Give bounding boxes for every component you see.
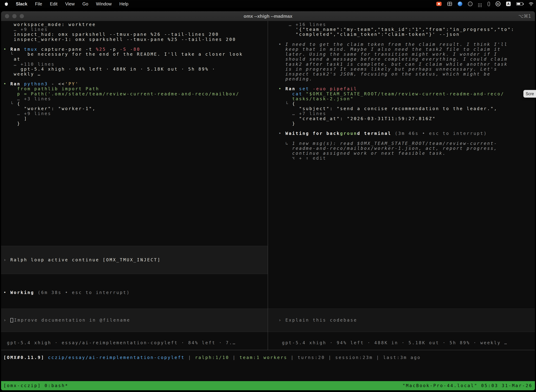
text-segment: Ran — [10, 47, 21, 52]
terminal-line: '{"team_name":"my-team","task_id":"1","f… — [278, 27, 515, 32]
terminal-line: cat "$OMX_TEAM_STATE_ROOT/team/review-cu… — [278, 92, 515, 96]
menu-go[interactable]: Go — [82, 1, 88, 6]
terminal-line: inspect_worker-1: omx sparkshell --tmux-… — [4, 37, 243, 42]
terminal-line: inspect task2's JSON, focusing on the st… — [278, 72, 515, 77]
text-segment: › — [4, 318, 10, 323]
app-menu-slack[interactable]: Slack — [16, 1, 27, 6]
terminal-line: • Ran set -euo pipefail — [278, 86, 515, 91]
text-segment: workspace_mode: worktree — [4, 22, 96, 27]
text-segment: … +3 lines — [4, 96, 51, 101]
right-prompt-input[interactable]: › Explain this codebase — [268, 308, 535, 332]
text-segment: -euo pipefail — [313, 86, 357, 91]
text-segment: cat — [292, 92, 302, 96]
text-segment: gpt-5.4 xhigh · 94% left · 488K in · 5.1… — [4, 67, 215, 72]
text-segment: readme-and-reco/mailbox/worker-1.json, a… — [278, 146, 498, 151]
text-segment: Ran — [285, 86, 296, 91]
battery-icon[interactable] — [516, 2, 523, 5]
slim-app-status-icon[interactable] — [488, 2, 490, 6]
dots-grid-icon[interactable] — [478, 4, 479, 4]
text-segment: should send a message before completing … — [278, 57, 508, 62]
terminal-line — [4, 42, 243, 47]
text-segment: inspect_worker-1: omx sparkshell --tmux-… — [4, 37, 236, 42]
terminal-line: should send a message before completing … — [278, 57, 515, 62]
menu-help[interactable]: Help — [120, 1, 128, 6]
blue-app-status-icon[interactable] — [458, 2, 462, 6]
battery-fill — [517, 3, 520, 5]
terminal-line: tasks/task-2.json" — [278, 96, 515, 101]
apple-menu-icon[interactable] — [5, 2, 8, 6]
text-segment: … +9 lines — [4, 111, 51, 116]
wifi-icon[interactable] — [529, 2, 534, 6]
terminal-line: inspect_hud: omx sparkshell --tmux-pane … — [4, 32, 243, 37]
text-segment: '{"team_name":"my-team","task_id":"1","f… — [278, 27, 515, 32]
text-segment — [309, 86, 313, 91]
terminal-line: p = Path('.omx/state/team/review-current… — [4, 92, 243, 96]
screen-share-popup[interactable]: Scre — [523, 90, 536, 98]
text-segment: team:1 workers — [239, 355, 287, 360]
input-source-icon[interactable]: A — [506, 2, 511, 6]
left-prompt-input[interactable]: › Improve documentation in @filename — [1, 308, 268, 332]
text-segment: ralph:1/10 — [195, 355, 229, 360]
terminal-line: pending. — [278, 77, 515, 81]
text-segment: I need to get the claim token from the c… — [285, 42, 508, 47]
text-segment: • — [278, 42, 285, 47]
text-segment: capture-pane -t — [38, 47, 96, 52]
battery-percentage-gauge-icon[interactable]: 61 — [496, 1, 500, 6]
text-segment — [296, 86, 299, 91]
terminal-line: "completed","claim_token":"claim-token"}… — [278, 32, 515, 37]
terminal-line: weekly … — [4, 72, 243, 77]
terminal-line: "created_at": "2026-03-31T11:59:27.816Z" — [278, 116, 515, 121]
text-segment: "worker": "worker-1", — [4, 106, 96, 111]
left-prompt-text: › Improve documentation in @filename — [1, 318, 268, 323]
menu-file[interactable]: File — [35, 1, 42, 6]
terminal-line — [278, 126, 515, 131]
omx-hud-status-line: [OMX#0.11.9] cczip/essay/ai-reimplementa… — [4, 355, 421, 360]
text-segment: "$OMX_TEAM_STATE_ROOT/team/review-curren… — [302, 92, 504, 96]
text-segment: Waiting for back — [285, 131, 340, 136]
terminal-line: workspace_mode: worktree — [4, 22, 243, 27]
terminal-line: continue assigned work or next feasible … — [278, 151, 515, 156]
terminal-line: "subject": "send a concise recommendatio… — [278, 106, 515, 111]
text-segment: weekly … — [4, 72, 41, 77]
text-segment: task2 after task1 is complete, but can I… — [278, 62, 508, 67]
menu-edit[interactable]: Edit — [50, 1, 57, 6]
screen-share-popup-text: Scre — [526, 92, 534, 96]
ralph-loop-text: › Ralph loop active continue [OMX_TMUX_I… — [1, 257, 268, 262]
right-scrollback: … +16 lines '{"team_name":"my-team","tas… — [278, 22, 515, 161]
terminal-line: └ { — [278, 101, 515, 106]
text-segment: } — [278, 121, 296, 126]
terminal-line: from pathlib import Path — [4, 86, 243, 91]
terminal-line: • I need to get the claim token from the… — [278, 42, 515, 47]
tmux-pane-right[interactable]: … +16 lines '{"team_name":"my-team","tas… — [268, 21, 535, 390]
battery-percent-value: 61 — [497, 3, 499, 5]
terminal-line: • Waiting for background terminal (3m 46… — [278, 131, 515, 136]
text-segment: • — [4, 81, 10, 86]
text-segment: | — [229, 355, 239, 360]
text-segment: … +7 lines — [278, 111, 326, 116]
terminal-line: later. Using the same for transition mig… — [278, 52, 515, 57]
terminal-line: • Ran python3 - <<'PY' — [4, 81, 243, 86]
dark-app-status-icon[interactable] — [468, 2, 473, 6]
menu-window[interactable]: Window — [96, 1, 112, 6]
text-segment: keep that in mind. Maybe I also need the… — [278, 47, 501, 52]
terminal-line: › Improve documentation in @filename — [4, 318, 268, 323]
text-segment: Ran — [10, 81, 21, 86]
text-segment: 'PY' — [65, 81, 79, 86]
text-segment: Ralph loop active continue [OMX_TMUX_INJ… — [10, 257, 161, 262]
terminal-content: workspace_mode: worktree … +9 lines insp… — [1, 21, 535, 390]
window-manager-icon[interactable] — [447, 2, 452, 6]
text-segment: continue assigned work or next feasible … — [278, 151, 446, 156]
left-session-footer: gpt-5.4 xhigh · essay/ai-reimplementatio… — [4, 340, 236, 345]
tmux-session-window-label: [omx-cczip] 0:bash* — [4, 383, 69, 388]
menu-view[interactable]: View — [65, 1, 75, 6]
window-title-bar[interactable]: omx --xhigh --madmax ⌥⌘1 — [1, 11, 535, 21]
text-segment: p = Path('.omx/state/team/review-current… — [4, 92, 239, 96]
terminal-line: └ be necessary for the end of the README… — [4, 52, 243, 57]
tmux-pane-left[interactable]: workspace_mode: worktree … +9 lines insp… — [1, 21, 268, 390]
screen-recording-stop-icon[interactable] — [436, 2, 442, 6]
text-segment: • — [4, 290, 10, 295]
text-segment — [278, 92, 292, 96]
text-segment: { — [292, 101, 296, 106]
text-segment: python3 — [24, 81, 48, 86]
text-segment: … +9 lines — [4, 27, 48, 32]
